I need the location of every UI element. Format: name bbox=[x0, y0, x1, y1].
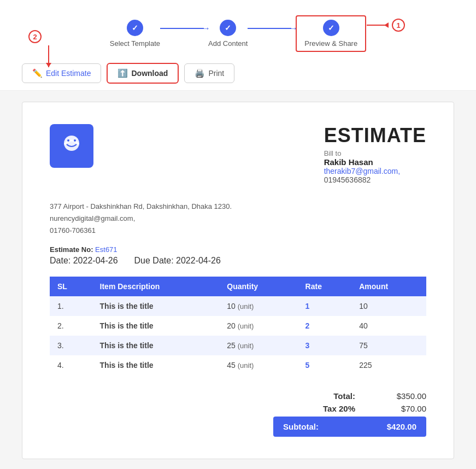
annotation-1-arrow bbox=[367, 25, 389, 26]
date-label: Date: bbox=[50, 256, 70, 265]
table-row: 2. This is the title 20 (unit) 2 40 bbox=[50, 316, 426, 336]
step-circle-3: ✓ bbox=[323, 20, 339, 36]
download-icon: ⬆️ bbox=[117, 68, 128, 78]
tax-row: Tax 20% $70.00 bbox=[323, 404, 426, 413]
bill-to-phone: 01945636882 bbox=[324, 175, 426, 184]
annotation-2-circle: 2 bbox=[28, 30, 42, 43]
cell-amount: 225 bbox=[351, 355, 426, 375]
col-description: Item Description bbox=[92, 277, 220, 296]
estimate-meta-dates: Date: 2022-04-26 Due Date: 2022-04-26 bbox=[50, 256, 426, 266]
print-button[interactable]: 🖨️ Print bbox=[184, 63, 234, 83]
total-row: Total: $350.00 bbox=[333, 391, 426, 401]
print-label: Print bbox=[208, 69, 224, 78]
company-logo bbox=[50, 124, 93, 168]
edit-label: Edit Estimate bbox=[46, 69, 91, 78]
step-circle-1: ✓ bbox=[127, 20, 143, 36]
annotation-2-wrapper: 2 bbox=[21, 30, 49, 67]
tax-label: Tax 20% bbox=[323, 404, 355, 413]
cell-description: This is the title bbox=[92, 296, 220, 316]
stepper: ✓ Select Template → ✓ Add Content → ✓ Pr… bbox=[0, 9, 476, 56]
step-select-template[interactable]: ✓ Select Template bbox=[110, 20, 160, 48]
table-row: 4. This is the title 45 (unit) 5 225 bbox=[50, 355, 426, 375]
doc-header: ESTIMATE Bill to Rakib Hasan therakib7@g… bbox=[50, 124, 426, 184]
annotation-1: 1 bbox=[367, 19, 405, 32]
date-value: 2022-04-26 bbox=[73, 256, 118, 265]
company-email: nurencydigital@gmail.com, bbox=[50, 213, 426, 225]
col-rate: Rate bbox=[298, 277, 352, 296]
cell-quantity: 25 (unit) bbox=[219, 336, 297, 355]
total-value: $350.00 bbox=[388, 391, 426, 401]
tax-value: $70.00 bbox=[388, 404, 426, 413]
connector-1 bbox=[160, 28, 204, 29]
estimate-date: Date: 2022-04-26 bbox=[50, 256, 118, 266]
step-add-content[interactable]: ✓ Add Content bbox=[208, 20, 248, 48]
cell-description: This is the title bbox=[92, 355, 220, 375]
step-preview-share[interactable]: ✓ Preview & Share bbox=[302, 19, 360, 49]
edit-icon: ✏️ bbox=[32, 68, 43, 78]
action-bar: 2 ✏️ Edit Estimate ⬆️ Download 🖨️ Print bbox=[0, 56, 476, 91]
doc-right-header: ESTIMATE Bill to Rakib Hasan therakib7@g… bbox=[324, 124, 426, 184]
table-row: 1. This is the title 10 (unit) 1 10 bbox=[50, 296, 426, 316]
step-label-2: Add Content bbox=[208, 39, 248, 48]
cell-description: This is the title bbox=[92, 336, 220, 355]
estimate-table: SL Item Description Quantity Rate Amount… bbox=[50, 277, 426, 375]
cell-rate: 1 bbox=[298, 296, 352, 316]
estimate-no-value: Est671 bbox=[95, 245, 117, 254]
connector-2 bbox=[248, 28, 291, 29]
company-address-block: 377 Airport - Dakshinkhan Rd, Dakshinkha… bbox=[50, 201, 426, 237]
company-address: 377 Airport - Dakshinkhan Rd, Dakshinkha… bbox=[50, 201, 426, 213]
col-quantity: Quantity bbox=[219, 277, 297, 296]
due-date-label: Due Date: bbox=[134, 256, 174, 265]
cell-description: This is the title bbox=[92, 316, 220, 336]
cell-amount: 10 bbox=[351, 296, 426, 316]
col-sl: SL bbox=[50, 277, 92, 296]
estimate-no-label: Estimate No: bbox=[50, 245, 93, 254]
table-header-row: SL Item Description Quantity Rate Amount bbox=[50, 277, 426, 296]
col-amount: Amount bbox=[351, 277, 426, 296]
cell-quantity: 20 (unit) bbox=[219, 316, 297, 336]
step-label-1: Select Template bbox=[110, 39, 160, 48]
cell-quantity: 45 (unit) bbox=[219, 355, 297, 375]
bill-to-label: Bill to bbox=[324, 149, 426, 157]
total-label: Total: bbox=[333, 391, 355, 401]
cell-sl: 4. bbox=[50, 355, 92, 375]
subtotal-label: Subtotal: bbox=[283, 422, 319, 431]
cell-rate: 2 bbox=[298, 316, 352, 336]
cell-amount: 75 bbox=[351, 336, 426, 355]
cell-sl: 3. bbox=[50, 336, 92, 355]
cell-rate: 5 bbox=[298, 355, 352, 375]
subtotal-value: $420.00 bbox=[378, 422, 416, 431]
download-button[interactable]: ⬆️ Download bbox=[107, 63, 179, 84]
document: ESTIMATE Bill to Rakib Hasan therakib7@g… bbox=[22, 102, 454, 459]
table-row: 3. This is the title 25 (unit) 3 75 bbox=[50, 336, 426, 355]
due-date-value: 2022-04-26 bbox=[176, 256, 221, 265]
cell-quantity: 10 (unit) bbox=[219, 296, 297, 316]
totals-section: Total: $350.00 Tax 20% $70.00 Subtotal: … bbox=[50, 391, 426, 437]
subtotal-row: Subtotal: $420.00 bbox=[273, 417, 426, 437]
cell-rate: 3 bbox=[298, 336, 352, 355]
bill-to-name: Rakib Hasan bbox=[324, 157, 426, 167]
estimate-due-date: Due Date: 2022-04-26 bbox=[134, 256, 221, 266]
cell-amount: 40 bbox=[351, 316, 426, 336]
svg-point-1 bbox=[67, 139, 69, 142]
print-icon: 🖨️ bbox=[195, 68, 205, 78]
cell-sl: 1. bbox=[50, 296, 92, 316]
annotation-1-circle: 1 bbox=[392, 19, 405, 32]
company-phone: 01760-706361 bbox=[50, 225, 426, 237]
step-circle-2: ✓ bbox=[220, 20, 236, 36]
cell-sl: 2. bbox=[50, 316, 92, 336]
estimate-meta-no: Estimate No: Est671 bbox=[50, 245, 426, 254]
estimate-title: ESTIMATE bbox=[324, 124, 426, 147]
download-label: Download bbox=[131, 69, 168, 78]
step-preview-share-box: ✓ Preview & Share bbox=[296, 15, 366, 52]
svg-point-2 bbox=[74, 139, 76, 142]
document-wrapper: ESTIMATE Bill to Rakib Hasan therakib7@g… bbox=[0, 91, 476, 469]
step-label-3: Preview & Share bbox=[304, 39, 357, 48]
bill-to-email: therakib7@gmail.com, bbox=[324, 167, 426, 175]
